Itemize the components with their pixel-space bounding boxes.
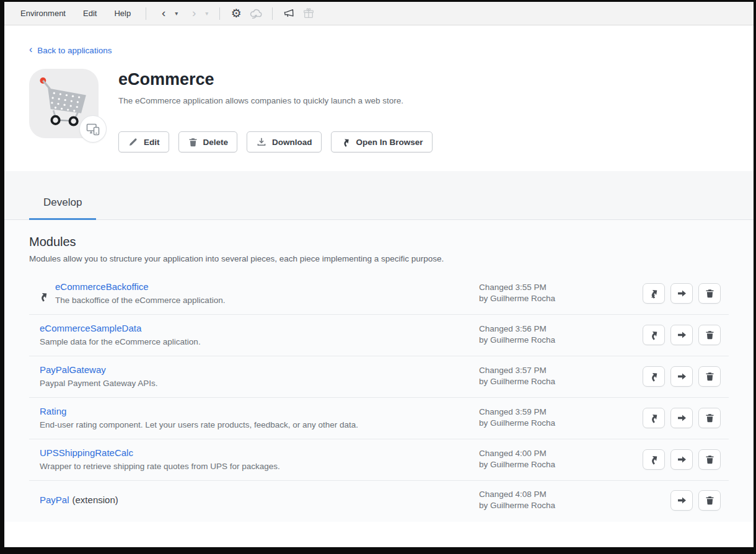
delete-module-button[interactable]	[698, 449, 721, 470]
back-history-caret-icon[interactable]: ▾	[174, 10, 182, 17]
open-in-browser-button[interactable]	[643, 449, 665, 470]
menu-edit[interactable]: Edit	[76, 6, 104, 20]
app-header-section: ‹ Back to applications	[4, 25, 754, 171]
open-module-button[interactable]	[670, 490, 693, 511]
delete-module-button[interactable]	[698, 283, 721, 304]
menubar-separator	[272, 7, 273, 20]
module-link[interactable]: PayPalGateway	[40, 364, 106, 375]
module-actions	[641, 449, 721, 470]
module-actions	[641, 366, 721, 387]
download-button[interactable]: Download	[247, 131, 322, 152]
arrow-right-icon	[676, 412, 688, 424]
module-description: Paypal Payment Gateway APIs.	[40, 379, 158, 388]
module-changed-by: by Guilherme Rocha	[479, 459, 641, 470]
open-in-browser-icon	[648, 453, 660, 465]
edit-button[interactable]: Edit	[118, 131, 169, 152]
back-button[interactable]: ‹	[154, 5, 171, 22]
menubar-separator	[146, 7, 146, 20]
module-link[interactable]: PayPal	[40, 495, 69, 505]
open-module-button[interactable]	[670, 449, 693, 470]
module-link[interactable]: eCommerceSampleData	[40, 323, 141, 333]
open-module-button[interactable]	[670, 325, 693, 345]
open-module-button[interactable]	[670, 408, 693, 428]
module-changed-by: by Guilherme Rocha	[479, 293, 641, 304]
delete-module-button[interactable]	[698, 408, 721, 428]
one-click-publish-cloud-icon	[249, 7, 263, 20]
one-click-publish-button[interactable]	[247, 5, 265, 22]
open-in-browser-button[interactable]	[643, 325, 665, 345]
tab-bar: Develop	[4, 171, 754, 220]
chevron-left-icon: ‹	[29, 45, 32, 55]
back-to-applications-link[interactable]: ‹ Back to applications	[29, 46, 112, 55]
module-changed-info: Changed 3:55 PM by Guilherme Rocha	[479, 282, 641, 304]
delete-module-button[interactable]	[698, 490, 721, 511]
edit-button-label: Edit	[144, 138, 160, 147]
modules-title: Modules	[29, 235, 729, 249]
menubar-separator	[219, 7, 220, 20]
app-window: Environment Edit Help ‹ ▾ › ▾ ⚙	[0, 0, 756, 554]
arrow-right-icon	[676, 495, 688, 506]
module-changed-info: Changed 4:08 PM by Guilherme Rocha	[479, 489, 641, 511]
module-actions	[641, 408, 721, 428]
menu-environment[interactable]: Environment	[13, 6, 73, 20]
module-list: eCommerceBackoffice The backoffice of th…	[29, 273, 729, 521]
app-info: eCommerce The eCommerce application allo…	[118, 69, 433, 152]
module-changed-time: Changed 3:57 PM	[479, 365, 641, 376]
back-icon: ‹	[158, 7, 167, 20]
forward-button[interactable]: ›	[184, 5, 201, 22]
app-header: eCommerce The eCommerce application allo…	[29, 69, 729, 152]
app-title: eCommerce	[118, 70, 433, 89]
module-link[interactable]: Rating	[40, 406, 66, 416]
module-actions	[641, 283, 721, 304]
module-actions	[641, 490, 721, 511]
module-row: eCommerceSampleData Sample data for the …	[29, 315, 729, 356]
open-in-browser-button[interactable]	[643, 408, 665, 428]
open-in-browser-icon	[648, 370, 660, 382]
menu-bar: Environment Edit Help ‹ ▾ › ▾ ⚙	[4, 2, 754, 25]
module-actions	[641, 325, 721, 345]
module-changed-time: Changed 4:08 PM	[479, 489, 641, 500]
module-suffix: (extension)	[73, 495, 118, 505]
settings-button[interactable]: ⚙	[227, 5, 245, 22]
module-changed-info: Changed 3:57 PM by Guilherme Rocha	[479, 365, 641, 387]
menu-help[interactable]: Help	[107, 6, 138, 20]
forward-icon: ›	[188, 7, 197, 20]
module-changed-by: by Guilherme Rocha	[479, 418, 641, 429]
feedback-megaphone-icon	[283, 7, 296, 20]
gift-button[interactable]	[300, 5, 317, 22]
modules-section: Modules Modules allow you to structure y…	[4, 220, 754, 522]
module-row: PayPal(extension) Changed 4:08 PM by Gui…	[29, 481, 729, 521]
trash-icon	[188, 137, 198, 147]
feedback-button[interactable]	[280, 5, 297, 22]
module-row: Rating End-user rating component. Let yo…	[29, 398, 729, 439]
module-changed-time: Changed 4:00 PM	[479, 448, 641, 459]
open-in-browser-crossed-icon	[648, 287, 660, 299]
app-description: The eCommerce application allows compani…	[118, 96, 433, 105]
module-changed-time: Changed 3:56 PM	[479, 323, 641, 335]
open-in-browser-button[interactable]	[643, 366, 665, 387]
module-row: UPSShippingRateCalc Wrapper to retrieve …	[29, 439, 729, 481]
open-module-button[interactable]	[670, 366, 693, 387]
module-link[interactable]: eCommerceBackoffice	[55, 281, 149, 292]
app-icon-tile	[29, 69, 99, 138]
module-row: eCommerceBackoffice The backoffice of th…	[29, 273, 729, 315]
module-changed-by: by Guilherme Rocha	[479, 335, 641, 346]
delete-module-button[interactable]	[698, 366, 721, 387]
open-in-browser-button[interactable]: Open In Browser	[331, 131, 433, 152]
module-changed-info: Changed 3:59 PM by Guilherme Rocha	[479, 407, 641, 429]
delete-button-label: Delete	[203, 138, 229, 147]
module-changed-info: Changed 4:00 PM by Guilherme Rocha	[479, 448, 641, 470]
tab-develop[interactable]: Develop	[29, 196, 96, 220]
open-module-button[interactable]	[670, 283, 693, 304]
module-description: The backoffice of the eCommerce applicat…	[55, 296, 225, 305]
gift-icon	[302, 7, 315, 20]
forward-history-caret-icon[interactable]: ▾	[204, 10, 212, 17]
arrow-right-icon	[676, 329, 688, 341]
app-badge	[80, 116, 106, 142]
module-changed-by: by Guilherme Rocha	[479, 500, 641, 511]
download-icon	[256, 136, 267, 147]
open-in-browser-button[interactable]	[643, 283, 665, 304]
delete-button[interactable]: Delete	[178, 131, 238, 152]
delete-module-button[interactable]	[698, 325, 721, 345]
module-link[interactable]: UPSShippingRateCalc	[40, 447, 133, 458]
